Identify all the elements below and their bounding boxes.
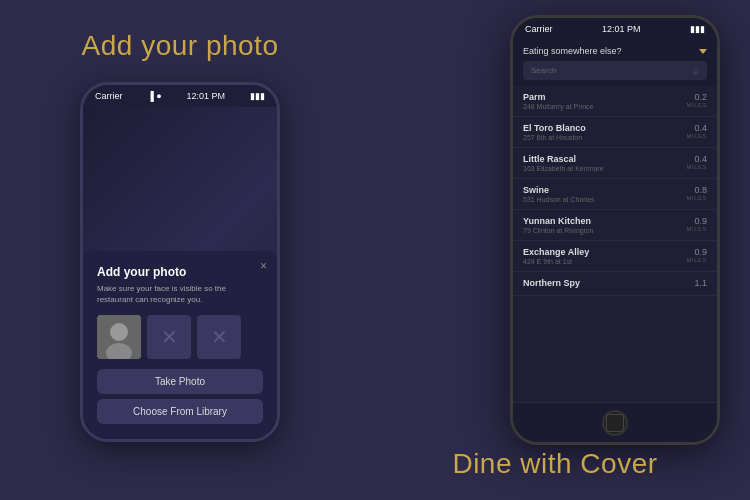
time-label: 12:01 PM — [187, 91, 226, 101]
carrier-label: Carrier — [95, 91, 123, 101]
home-button-inner — [606, 414, 624, 432]
left-title: Add your photo — [82, 30, 279, 62]
restaurant-list: Parm 248 Mulberry at Prince 0.2 MILES El… — [513, 86, 717, 402]
restaurant-item-6[interactable]: Northern Spy 1.1 — [513, 272, 717, 296]
restaurant-addr-2: 163 Elizabeth at Kenmare — [523, 165, 604, 172]
phone-left: Carrier ▐ ● 12:01 PM ▮▮▮ × Add your phot… — [80, 82, 280, 442]
restaurant-addr-0: 248 Mulberry at Prince — [523, 103, 593, 110]
right-title: Dine with Cover — [452, 448, 657, 480]
restaurant-name-3: Swine — [523, 185, 595, 195]
restaurant-item-4[interactable]: Yunnan Kitchen 79 Clinton at Rivington 0… — [513, 210, 717, 241]
dialog-subtitle: Make sure your face is visible so the re… — [97, 284, 263, 305]
choose-library-button[interactable]: Choose From Library — [97, 399, 263, 424]
photo-slot-empty-2[interactable]: ✕ — [197, 315, 241, 359]
restaurant-name-0: Parm — [523, 92, 593, 102]
avatar — [97, 315, 141, 359]
right-section: Carrier 12:01 PM ▮▮▮ Eating somewhere el… — [360, 0, 750, 500]
take-photo-button[interactable]: Take Photo — [97, 369, 263, 394]
restaurant-name-5: Exchange Alley — [523, 247, 589, 257]
restaurant-header: Eating somewhere else? Search ⌕ — [513, 40, 717, 86]
x-mark-2: ✕ — [211, 325, 228, 349]
search-placeholder: Search — [531, 66, 556, 75]
search-icon: ⌕ — [693, 65, 699, 76]
dialog-title: Add your photo — [97, 265, 263, 279]
restaurant-dist-5: 0.9 MILES — [686, 247, 707, 263]
battery-icon: ▮▮▮ — [250, 91, 265, 101]
phone-right: Carrier 12:01 PM ▮▮▮ Eating somewhere el… — [510, 15, 720, 445]
restaurant-dist-3: 0.8 MILES — [686, 185, 707, 201]
dialog-close-button[interactable]: × — [260, 259, 267, 273]
restaurant-name-6: Northern Spy — [523, 278, 580, 288]
x-mark-1: ✕ — [161, 325, 178, 349]
restaurant-info-0: Parm 248 Mulberry at Prince — [523, 92, 593, 110]
photo-slots: ✕ ✕ — [97, 315, 263, 359]
photo-slot-empty-1[interactable]: ✕ — [147, 315, 191, 359]
phone-right-inner: Carrier 12:01 PM ▮▮▮ Eating somewhere el… — [513, 18, 717, 442]
eating-dropdown-label: Eating somewhere else? — [523, 46, 622, 56]
restaurant-addr-4: 79 Clinton at Rivington — [523, 227, 593, 234]
svg-point-1 — [110, 323, 128, 341]
restaurant-info-2: Little Rascal 163 Elizabeth at Kenmare — [523, 154, 604, 172]
phone-left-content: × Add your photo Make sure your face is … — [83, 107, 277, 439]
restaurant-info-4: Yunnan Kitchen 79 Clinton at Rivington — [523, 216, 593, 234]
search-box[interactable]: Search ⌕ — [523, 61, 707, 80]
restaurant-addr-1: 257 6th at Houston — [523, 134, 586, 141]
photo-slot-avatar[interactable] — [97, 315, 141, 359]
restaurant-item-2[interactable]: Little Rascal 163 Elizabeth at Kenmare 0… — [513, 148, 717, 179]
phone-bottom-bar — [513, 402, 717, 442]
status-right: ▮▮▮ — [250, 91, 265, 101]
home-button[interactable] — [602, 410, 628, 436]
restaurant-info-6: Northern Spy — [523, 278, 580, 289]
restaurant-addr-5: 424 E 9th at 1st — [523, 258, 589, 265]
restaurant-name-4: Yunnan Kitchen — [523, 216, 593, 226]
wifi-icon: ▐ ● — [147, 91, 161, 101]
restaurant-info-1: El Toro Blanco 257 6th at Houston — [523, 123, 586, 141]
chevron-down-icon — [699, 49, 707, 54]
restaurant-dist-4: 0.9 MILES — [686, 216, 707, 232]
restaurant-info-5: Exchange Alley 424 E 9th at 1st — [523, 247, 589, 265]
restaurant-addr-3: 531 Hudson at Charles — [523, 196, 595, 203]
phone-left-inner: Carrier ▐ ● 12:01 PM ▮▮▮ × Add your phot… — [83, 85, 277, 439]
restaurant-dist-2: 0.4 MILES — [686, 154, 707, 170]
right-battery: ▮▮▮ — [690, 24, 705, 34]
restaurant-info-3: Swine 531 Hudson at Charles — [523, 185, 595, 203]
restaurant-name-2: Little Rascal — [523, 154, 604, 164]
right-carrier: Carrier — [525, 24, 553, 34]
eating-dropdown[interactable]: Eating somewhere else? — [523, 46, 707, 56]
restaurant-dist-1: 0.4 MILES — [686, 123, 707, 139]
right-time: 12:01 PM — [602, 24, 641, 34]
restaurant-name-1: El Toro Blanco — [523, 123, 586, 133]
phone-top-bar: Carrier 12:01 PM ▮▮▮ — [513, 18, 717, 40]
restaurant-item-5[interactable]: Exchange Alley 424 E 9th at 1st 0.9 MILE… — [513, 241, 717, 272]
main-container: Add your photo Carrier ▐ ● 12:01 PM ▮▮▮ — [0, 0, 750, 500]
add-photo-dialog: × Add your photo Make sure your face is … — [83, 251, 277, 439]
restaurant-item-0[interactable]: Parm 248 Mulberry at Prince 0.2 MILES — [513, 86, 717, 117]
restaurant-item-1[interactable]: El Toro Blanco 257 6th at Houston 0.4 MI… — [513, 117, 717, 148]
restaurant-dist-0: 0.2 MILES — [686, 92, 707, 108]
restaurant-dist-6: 1.1 — [694, 278, 707, 288]
restaurant-item-3[interactable]: Swine 531 Hudson at Charles 0.8 MILES — [513, 179, 717, 210]
left-section: Add your photo Carrier ▐ ● 12:01 PM ▮▮▮ — [0, 0, 360, 500]
phone-status-bar: Carrier ▐ ● 12:01 PM ▮▮▮ — [83, 85, 277, 107]
